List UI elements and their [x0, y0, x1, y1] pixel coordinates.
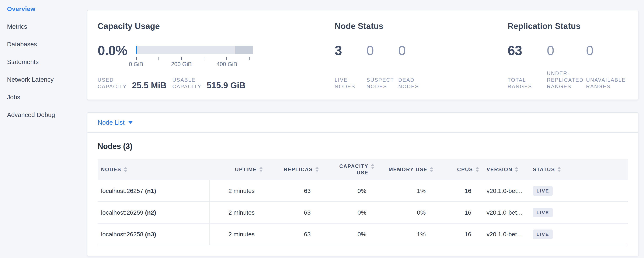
node-address-link[interactable]: localhost:26257	[101, 187, 144, 194]
suspect-nodes-value: 0	[366, 44, 398, 57]
nodes-table: NODES UPTIME REPLICAS CAPACITY USE	[98, 159, 628, 245]
sort-icon[interactable]	[124, 167, 127, 172]
sidebar-item-statements[interactable]: Statements	[7, 59, 87, 65]
view-selector-label: Node List	[98, 119, 124, 126]
sort-icon[interactable]	[371, 164, 374, 169]
replicas-cell: 63	[263, 202, 319, 223]
node-status-stats: 3 LIVE NODES 0 SUSPECT NODES 0 DEAD NODE…	[335, 31, 508, 90]
capacity-axis-labels: 0 GiB 200 GiB 400 GiB	[136, 61, 250, 69]
sidebar-item-advanced-debug[interactable]: Advanced Debug	[7, 112, 87, 118]
axis-label: 400 GiB	[216, 61, 237, 68]
sidebar: Overview Metrics Databases Statements Ne…	[0, 0, 87, 258]
node-list-panel-body: Nodes (3) NODES UPTIME	[88, 133, 638, 256]
used-capacity-label: USED CAPACITY	[98, 77, 130, 90]
memory-use-cell: 1%	[374, 180, 433, 202]
total-ranges-label: TOTAL RANGES	[508, 77, 547, 90]
capacity-use-cell: 0%	[319, 202, 374, 223]
node-status-section: Node Status 3 LIVE NODES 0 SUSPECT NODES…	[335, 21, 508, 90]
cluster-overview-page: Overview Metrics Databases Statements Ne…	[0, 0, 644, 258]
unavailable-ranges-value: 0	[586, 44, 625, 57]
sidebar-item-metrics[interactable]: Metrics	[7, 23, 87, 30]
under-replicated-ranges-stat: 0 UNDER-REPLICATED RANGES	[547, 31, 586, 90]
capacity-bar-chart: 0 GiB 200 GiB 400 GiB	[136, 44, 253, 69]
axis-tick	[204, 57, 204, 60]
uptime-cell: 2 minutes	[210, 180, 263, 202]
axis-tick	[158, 57, 159, 60]
node-id: (n1)	[145, 187, 156, 194]
used-capacity-value: 25.5 MiB	[132, 81, 166, 90]
dead-nodes-stat: 0 DEAD NODES	[398, 31, 430, 90]
live-nodes-label: LIVE NODES	[335, 77, 366, 90]
replication-status-title: Replication Status	[508, 21, 628, 31]
sort-icon[interactable]	[515, 167, 518, 172]
memory-use-cell: 0%	[374, 202, 433, 223]
column-header-nodes[interactable]: NODES	[98, 159, 210, 180]
sort-icon[interactable]	[430, 167, 433, 172]
live-nodes-value: 3	[335, 44, 366, 57]
suspect-nodes-label: SUSPECT NODES	[366, 77, 398, 90]
main-content: Capacity Usage 0.0%	[87, 0, 638, 256]
under-replicated-ranges-label: UNDER-REPLICATED RANGES	[547, 70, 586, 90]
view-selector-dropdown[interactable]: Node List	[98, 119, 132, 126]
nodes-table-title: Nodes (3)	[98, 142, 628, 151]
axis-label: 200 GiB	[171, 61, 192, 68]
live-nodes-stat: 3 LIVE NODES	[335, 31, 366, 90]
column-header-cpus[interactable]: CPUS	[433, 159, 479, 180]
sidebar-item-jobs[interactable]: Jobs	[7, 94, 87, 100]
column-header-status[interactable]: STATUS	[527, 159, 628, 180]
version-cell: v20.1.0-bet…	[479, 180, 527, 202]
sidebar-nav: Overview Metrics Databases Statements Ne…	[0, 0, 87, 118]
memory-use-cell: 1%	[374, 223, 433, 245]
status-badge: LIVE	[533, 208, 553, 217]
suspect-nodes-stat: 0 SUSPECT NODES	[366, 31, 398, 90]
capacity-axis-ticks	[136, 57, 250, 60]
chevron-down-icon	[128, 121, 132, 124]
column-header-uptime[interactable]: UPTIME	[210, 159, 263, 180]
sort-icon[interactable]	[476, 167, 479, 172]
axis-tick	[226, 57, 227, 60]
column-header-version[interactable]: VERSION	[479, 159, 527, 180]
table-row[interactable]: localhost:26258 (n3) 2 minutes 63 0% 1% …	[98, 223, 628, 245]
unavailable-ranges-stat: 0 UNAVAILABLE RANGES	[586, 31, 625, 90]
column-header-replicas[interactable]: REPLICAS	[263, 159, 319, 180]
table-row[interactable]: localhost:26259 (n2) 2 minutes 63 0% 0% …	[98, 202, 628, 223]
under-replicated-ranges-value: 0	[547, 44, 586, 57]
total-ranges-value: 63	[508, 44, 547, 57]
sidebar-item-network-latency[interactable]: Network Latency	[7, 76, 87, 83]
cpus-cell: 16	[433, 202, 479, 223]
sort-icon[interactable]	[315, 167, 319, 172]
replication-status-section: Replication Status 63 TOTAL RANGES 0 UND…	[508, 21, 628, 90]
cpus-cell: 16	[433, 180, 479, 202]
axis-tick	[181, 57, 182, 60]
version-cell: v20.1.0-bet…	[479, 223, 527, 245]
node-list-panel-header: Node List	[88, 113, 638, 133]
sort-icon[interactable]	[259, 167, 263, 172]
sort-icon[interactable]	[558, 167, 561, 172]
replicas-cell: 63	[263, 223, 319, 245]
capacity-usage-title: Capacity Usage	[98, 21, 335, 31]
table-header-row: NODES UPTIME REPLICAS CAPACITY USE	[98, 159, 628, 180]
axis-label: 0 GiB	[129, 61, 143, 68]
replication-status-stats: 63 TOTAL RANGES 0 UNDER-REPLICATED RANGE…	[508, 31, 628, 90]
sidebar-item-overview[interactable]: Overview	[7, 6, 87, 12]
cpus-cell: 16	[433, 223, 479, 245]
node-address-link[interactable]: localhost:26259	[101, 209, 144, 216]
axis-tick	[136, 57, 137, 60]
usable-capacity-value: 515.9 GiB	[207, 81, 245, 90]
sidebar-item-databases[interactable]: Databases	[7, 41, 87, 47]
column-header-memory-use[interactable]: MEMORY USE	[374, 159, 433, 180]
node-list-panel: Node List Nodes (3) NODES	[87, 112, 638, 256]
column-header-capacity-use[interactable]: CAPACITY USE	[319, 159, 374, 180]
replicas-cell: 63	[263, 180, 319, 202]
capacity-stats: USED CAPACITY 25.5 MiB USABLE CAPACITY 5…	[98, 77, 335, 90]
capacity-bar	[136, 46, 253, 54]
cluster-summary-panel: Capacity Usage 0.0%	[87, 10, 638, 100]
node-address-link[interactable]: localhost:26258	[101, 231, 144, 237]
node-id: (n2)	[145, 209, 156, 216]
table-row[interactable]: localhost:26257 (n1) 2 minutes 63 0% 1% …	[98, 180, 628, 202]
total-ranges-stat: 63 TOTAL RANGES	[508, 31, 547, 90]
dead-nodes-value: 0	[398, 44, 430, 57]
node-id: (n3)	[145, 231, 156, 237]
axis-tick	[249, 57, 250, 60]
capacity-gauge: 0.0%	[98, 44, 335, 69]
